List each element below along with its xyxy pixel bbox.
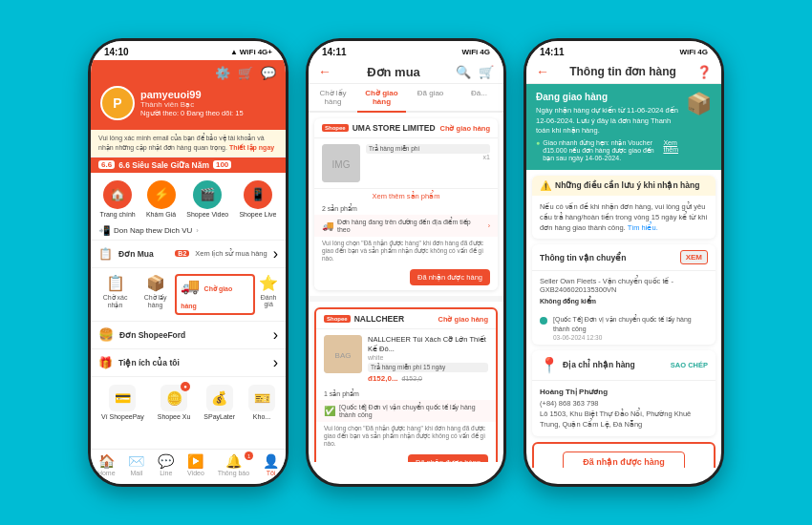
- order-card-1: Shopee UMA STORE LIMITED Chờ giao hàng I…: [314, 118, 498, 290]
- don-nap-row: 📲 Don Nap thew Dich VU ›: [91, 221, 286, 241]
- product-thumb-1: IMG: [322, 144, 360, 182]
- quick-icon-trang-chinh[interactable]: 🏠 Trang chính: [100, 180, 136, 218]
- order-product-2: BAG NALLCHEER Túi Xách Cỡ Lớn Thiết Kế Đ…: [316, 329, 496, 388]
- view-more-1[interactable]: Xem thêm sản phẩm: [314, 188, 498, 203]
- phone2-title: Đơn mua: [337, 65, 450, 79]
- tien-ich-row: 🎁 Tiện ích của tôi ›: [91, 349, 286, 377]
- view-more-link[interactable]: Xem thêm: [663, 139, 678, 153]
- notif-link[interactable]: Thiết lập ngay: [229, 144, 274, 151]
- shopee-food-row: 🍔 Đơn ShopeeFord ›: [91, 322, 286, 349]
- don-nap-label: Don Nap thew Dich VU: [114, 226, 192, 235]
- profile-info: pamyeuoi99 Thành viên Bạc Người theo: 0 …: [140, 89, 244, 117]
- status-bar-3: 14:11 WiFi 4G: [526, 41, 721, 60]
- nav-mail[interactable]: ✉️ Mail: [128, 453, 144, 476]
- don-mua-title: Đơn Mua: [118, 249, 169, 259]
- nav-thong-bao[interactable]: 🔔1 Thông báo: [218, 453, 249, 476]
- quick-icons: 🏠 Trang chính ⚡ Khám Giá 🎬 Shopee Video …: [91, 173, 286, 221]
- chat-icon[interactable]: 💬: [261, 66, 276, 80]
- nav-line[interactable]: 💬 Line: [158, 453, 174, 476]
- product-thumb-2: BAG: [324, 335, 362, 373]
- phone-3: 14:11 WiFi 4G ← Thông tin đơn hàng ❓ Đan…: [524, 38, 724, 487]
- sale-badge-count: 100: [213, 160, 231, 169]
- tab-da[interactable]: Đá...: [455, 84, 503, 111]
- order-status-danh-gia[interactable]: ⭐ Đánh giá: [255, 274, 282, 315]
- profile-sub: Thành viên Bạc: [140, 100, 244, 109]
- tien-ich-icon: 🎁: [98, 356, 113, 369]
- nav-toi[interactable]: 👤 Tôi: [263, 453, 279, 476]
- divider-1: [309, 296, 503, 302]
- profile-name: pamyeuoi99: [140, 89, 244, 100]
- xem-button[interactable]: XEM: [680, 250, 708, 264]
- tab-cho-giao-hang[interactable]: Chờ giao hàng: [357, 84, 406, 113]
- back-arrow-3[interactable]: ←: [536, 64, 549, 79]
- confirm-received-section: Đã nhận được hàng: [532, 442, 716, 468]
- wallet-spaylater[interactable]: 💰 SPayLater: [203, 385, 235, 420]
- tab-cho-lay-hang[interactable]: Chờ lấy hàng: [309, 84, 357, 111]
- wallet-shopee-pay[interactable]: 💳 Ví ShopeePay: [101, 385, 144, 420]
- action-bar-1: Đã nhận được hàng: [314, 264, 498, 290]
- address-section: 📍 Địa chỉ nhận hàng SAO CHÉP Hoàng Thị P…: [532, 350, 716, 436]
- cart-icon[interactable]: 🛒: [238, 66, 253, 80]
- address-body: Hoàng Thị Phương (+84) 868 363 798 Lô 15…: [532, 381, 716, 436]
- phone-2: 14:11 WiFi 4G ← Đơn mua 🔍 🛒 Chờ lấy hàng…: [306, 38, 506, 487]
- product-price-2: đ152,0...: [368, 374, 398, 383]
- order-status-cho-lay-hang[interactable]: 📦 Chờ lấy hàng: [136, 274, 175, 315]
- order-status-row: 📋 Chờ xác nhận 📦 Chờ lấy hàng 🚚 Chờ giao…: [91, 268, 286, 322]
- action-bar-2: Đã nhận được hàng: [316, 450, 496, 463]
- product-price-old-2: đ152,0: [402, 375, 422, 382]
- tien-ich-label: Tiện ích của tôi: [118, 358, 267, 368]
- copy-button[interactable]: SAO CHÉP: [671, 361, 708, 369]
- caution-section: ⚠️ Những điều cần lưu ý khi nhận hàng Nế…: [532, 176, 716, 240]
- order-status-cho-xac-nhan[interactable]: 📋 Chờ xác nhận: [95, 274, 136, 315]
- notification-bar: Vui lòng xác minh email của bạn để bảo v…: [91, 130, 286, 158]
- order-card-2: Shopee NALLCHEER Chờ giao hàng BAG NALLC…: [314, 307, 498, 462]
- confirm-btn-1[interactable]: Đã nhận được hàng: [410, 269, 490, 285]
- sale-badge: 6.6: [98, 160, 115, 169]
- phone3-title: Thông tin đơn hàng: [555, 65, 691, 78]
- confirm-received-button[interactable]: Đã nhận được hàng: [563, 452, 685, 468]
- sale-banner: 6.6 6.6 Siêu Sale Giữa Năm 100: [91, 158, 286, 173]
- b2-text: Xem lịch sử mua hàng: [195, 249, 267, 258]
- gear-icon[interactable]: ⚙️: [215, 66, 230, 80]
- location-icon: 📍: [540, 356, 559, 374]
- order-status-tag-2: Chờ giao hàng: [438, 315, 489, 324]
- confirm-btn-2[interactable]: Đã nhận được hàng: [408, 454, 488, 463]
- b2-badge: B2: [175, 250, 189, 257]
- food-label: Đơn ShopeeFord: [119, 330, 267, 340]
- delivery-icon: 📦: [686, 92, 712, 116]
- time-1: 14:10: [104, 47, 129, 57]
- phone2-header-icons: 🔍 🛒: [456, 65, 494, 79]
- wallet-shopee-xu[interactable]: 🪙● Shopee Xu: [158, 385, 191, 420]
- svg-text:BAG: BAG: [335, 351, 352, 360]
- nav-video[interactable]: ▶️ Video: [187, 453, 204, 476]
- find-out-link[interactable]: Tìm hiểu.: [628, 223, 658, 232]
- quick-icon-shopee-video[interactable]: 🎬 Shopee Video: [186, 180, 228, 218]
- phone1-top-icons: ⚙️ 🛒 💬: [100, 66, 276, 80]
- address-title: Địa chỉ nhận hàng: [563, 360, 635, 369]
- shipping-notice-1: 🚚 Đơn hàng đang trên đường đến địa điểm …: [314, 215, 498, 237]
- warning-icon: ⚠️: [540, 180, 551, 191]
- wallet-section: 💳 Ví ShopeePay 🪙● Shopee Xu 💰 SPayLater …: [91, 377, 286, 424]
- tab-bar-2: Chờ lấy hàng Chờ giao hàng Đã giao Đá...: [309, 84, 503, 113]
- phone-1: 14:10 ▲ WiFi 4G+ ⚙️ 🛒 💬 P pamyeuoi99 Thà…: [88, 38, 288, 487]
- time-2: 14:11: [322, 47, 347, 57]
- status-icons-1: ▲ WiFi 4G+: [230, 48, 272, 56]
- don-mua-section: 📋 Đơn Mua B2 Xem lịch sử mua hàng ›: [91, 241, 286, 268]
- food-icon: 🍔: [98, 327, 114, 342]
- status-bar-1: 14:10 ▲ WiFi 4G+: [91, 41, 286, 60]
- wallet-kho[interactable]: 🎫 Kho...: [248, 385, 275, 420]
- quick-icon-kham-gia[interactable]: ⚡ Khám Giá: [146, 180, 176, 218]
- help-icon[interactable]: ❓: [696, 65, 712, 79]
- quick-icon-shopee-live[interactable]: 📱 Shopee Live: [239, 180, 276, 218]
- order-status-cho-giao-hang[interactable]: 🚚 Chờ giao hàng: [175, 274, 255, 315]
- shipping-status: Không đồng kiểm: [540, 298, 708, 305]
- tab-da-giao[interactable]: Đã giao: [406, 84, 455, 111]
- nav-home[interactable]: 🏠 Home: [97, 453, 116, 476]
- back-arrow-2[interactable]: ←: [318, 64, 331, 79]
- don-mua-icon: 📋: [98, 247, 113, 261]
- status-banner-text: Ngày nhận hàng dự kiến từ 11-06-2024 đến…: [536, 106, 678, 136]
- cart-icon-2[interactable]: 🛒: [479, 65, 494, 79]
- search-icon-2[interactable]: 🔍: [456, 65, 471, 79]
- product-name-2: NALLCHEER Túi Xách Cỡ Lớn Thiết Kế Đó...: [368, 335, 488, 354]
- shopee-logo-2: Shopee: [324, 315, 351, 323]
